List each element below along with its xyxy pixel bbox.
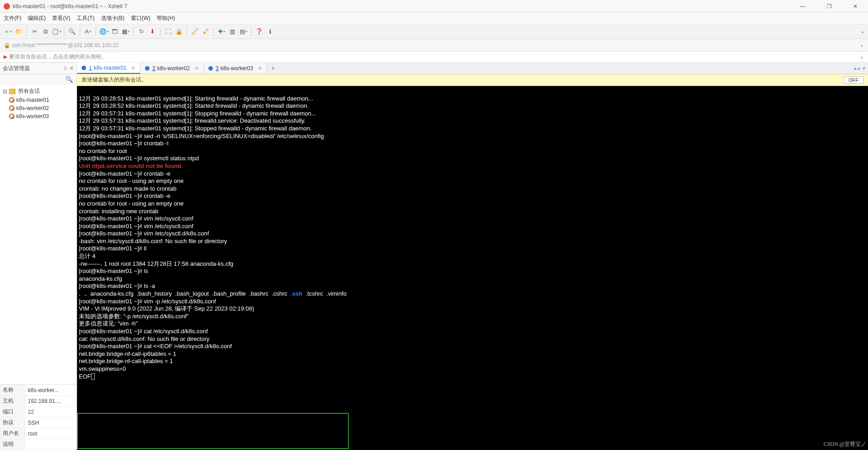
- watermark: CSDN @至尊宝ノ: [824, 441, 866, 447]
- terminal-line: 12月 29 03:57:31 k8s-master01 systemd[1]:…: [79, 110, 316, 117]
- window-close-button[interactable]: ✕: [846, 3, 864, 10]
- toolbar-overflow-icon[interactable]: [861, 29, 865, 35]
- tab-master01[interactable]: 1 k8s-master01 ✕: [77, 62, 140, 74]
- terminal-line: [root@k8s-master01 ~]# ls: [79, 268, 148, 274]
- prop-host-value: 192.168.91....: [25, 396, 77, 407]
- tab-status-icon: [208, 66, 213, 71]
- paste-button[interactable]: 📋: [51, 27, 61, 37]
- session-item-worker02[interactable]: k8s-worker02: [3, 104, 74, 112]
- address-url[interactable]: ssh://root:***************@192.168.91.10…: [12, 42, 119, 48]
- tab-menu-icon[interactable]: ▾: [863, 65, 865, 72]
- menu-tab[interactable]: 选项卡(B): [101, 14, 125, 22]
- add-button[interactable]: ✚: [217, 27, 227, 37]
- address-overflow-icon[interactable]: [860, 42, 864, 48]
- search-icon[interactable]: 🔍: [65, 76, 75, 83]
- prop-desc-label: 说明: [0, 439, 25, 450]
- terminal-line: no crontab for root: [79, 148, 127, 154]
- hint-overflow-icon[interactable]: [860, 54, 864, 60]
- terminal-line: VIM - Vi IMproved 9.0 (2022 Jun 28, 编译于 …: [79, 305, 254, 312]
- menu-window[interactable]: 窗口(W): [131, 14, 150, 22]
- session-manager-panel: 会话管理器 ⇩ ✕ 🔍 所有会话 k8s-master01 k8s-worker…: [0, 62, 77, 450]
- terminal-line: 未知的选项参数: "-p /etc/sysctl.d/k8s.conf": [79, 313, 189, 320]
- terminal-line: net.bridge.bridge-nf-call-iptables = 1: [79, 358, 173, 364]
- tab-index: 2: [152, 65, 155, 72]
- tab-worker03[interactable]: 3 k8s-worker03 ✕: [204, 62, 267, 74]
- reconnect-button[interactable]: ↻: [136, 27, 146, 37]
- prop-port-label: 端口: [0, 407, 25, 417]
- window-title: k8s-master01 - root@k8s-master01:~ - Xsh…: [13, 3, 794, 10]
- menu-bar: 文件(F) 编辑(E) 查看(V) 工具(T) 选项卡(B) 窗口(W) 帮助(…: [0, 13, 868, 24]
- tree-root[interactable]: 所有会话: [3, 86, 74, 96]
- session-item-master01[interactable]: k8s-master01: [3, 96, 74, 104]
- menu-help[interactable]: 帮助(H): [157, 14, 175, 22]
- tab-index: 1: [89, 65, 92, 71]
- layout-v-button[interactable]: ▤: [238, 27, 248, 37]
- lock-button[interactable]: 🔒: [174, 27, 184, 37]
- about-button[interactable]: ℹ: [265, 27, 275, 37]
- toolbar-separator: [251, 27, 251, 36]
- broadcast-toggle-button[interactable]: OFF: [844, 77, 863, 84]
- tab-next-icon[interactable]: ▸: [858, 65, 861, 72]
- terminal-line: 总计 4: [79, 253, 96, 259]
- terminal-line: [root@k8s-master01 ~]# vim /etc/sysctl.c…: [79, 223, 193, 230]
- layout-h-button[interactable]: ▥: [227, 27, 237, 37]
- color-scheme-button[interactable]: 🗔: [110, 27, 120, 37]
- terminal-line: [root@k8s-master01 ~]# crontab -l: [79, 140, 169, 147]
- tab-prev-icon[interactable]: ◂: [854, 65, 856, 72]
- terminal-line-error: Unit ntpd.service could not be found.: [79, 163, 183, 169]
- session-manager-title: 会话管理器: [3, 65, 30, 72]
- terminal-line: no crontab for root - using an empty one: [79, 177, 183, 184]
- terminal-line: [root@k8s-master01 ~]# crontab -e: [79, 192, 170, 199]
- terminal-line: cat: /etc/sysctl.d/k8s.conf: No such fil…: [79, 335, 209, 342]
- session-manager-header: 会话管理器 ⇩ ✕: [0, 62, 77, 74]
- new-session-button[interactable]: ＋: [3, 27, 13, 37]
- prop-proto-value: SSH: [25, 417, 77, 428]
- tab-status-icon: [82, 66, 86, 70]
- tab-close-icon[interactable]: ✕: [131, 65, 135, 71]
- tab-worker02[interactable]: 2 k8s-worker02 ✕: [140, 62, 204, 74]
- fullscreen-button[interactable]: ⛶: [163, 27, 173, 37]
- toolbar-separator: [96, 27, 96, 36]
- tree-root-label: 所有会话: [18, 87, 40, 95]
- copy-button[interactable]: ⧉: [40, 27, 50, 37]
- menu-edit[interactable]: 编辑(E): [28, 14, 46, 22]
- hint-text: 要添加当前会话，点击左侧的箭头按钮。: [9, 53, 107, 61]
- session-properties: 名称k8s-worker... 主机192.168.91.... 端口22 协议…: [0, 384, 77, 450]
- tab-label: k8s-worker02: [157, 65, 190, 72]
- language-button[interactable]: 🌐: [99, 27, 109, 37]
- terminal[interactable]: 12月 29 03:28:51 k8s-master01 systemd[1]:…: [77, 86, 868, 450]
- terminal-line: crontab: installing new crontab: [79, 208, 159, 215]
- panel-close-icon[interactable]: ✕: [69, 65, 74, 72]
- highlight-button[interactable]: 🖍: [201, 27, 211, 37]
- broadcast-text: 发送键盘输入的所有会话。: [82, 76, 147, 84]
- toolbar: ＋ 📁 ✂ ⧉ 📋 🔍 A 🌐 🗔 ▦ ↻ ⬇ ⛶ 🔒 🧹 🖍 ✚ ▥ ▤ ❓ …: [0, 24, 868, 39]
- grid-button[interactable]: ▦: [121, 27, 130, 37]
- terminal-line: [root@k8s-master01 ~]# vim -p /etc/sysct…: [79, 298, 216, 305]
- session-item-worker03[interactable]: k8s-worker03: [3, 112, 74, 120]
- open-button[interactable]: 📁: [14, 27, 24, 37]
- help-button[interactable]: ❓: [254, 27, 264, 37]
- session-tree[interactable]: 所有会话 k8s-master01 k8s-worker02 k8s-worke…: [0, 85, 77, 384]
- tab-close-icon[interactable]: ✕: [194, 65, 199, 72]
- toolbar-separator: [187, 27, 187, 36]
- title-bar: k8s-master01 - root@k8s-master01:~ - Xsh…: [0, 0, 868, 13]
- terminal-line: EOF: [79, 373, 95, 380]
- terminal-line: [root@k8s-master01 ~]# sed -ri 's/SELINU…: [79, 133, 324, 139]
- window-minimize-button[interactable]: —: [794, 3, 812, 10]
- menu-file[interactable]: 文件(F): [4, 14, 21, 22]
- xftp-button[interactable]: ⬇: [147, 27, 157, 37]
- font-button[interactable]: A: [83, 27, 93, 37]
- tab-add-button[interactable]: +: [267, 62, 279, 74]
- tab-close-icon[interactable]: ✕: [258, 65, 262, 72]
- clear-button[interactable]: 🧹: [190, 27, 200, 37]
- cut-button[interactable]: ✂: [29, 27, 39, 37]
- terminal-line: vm.swappiness=0: [79, 365, 126, 372]
- pin-icon[interactable]: ⇩: [63, 65, 68, 72]
- find-button[interactable]: 🔍: [67, 27, 77, 37]
- terminal-line: 12月 29 03:57:31 k8s-master01 systemd[1]:…: [79, 125, 312, 132]
- menu-view[interactable]: 查看(V): [52, 14, 70, 22]
- flag-icon: ▶: [4, 54, 7, 60]
- window-maximize-button[interactable]: ❐: [820, 3, 838, 10]
- menu-tools[interactable]: 工具(T): [77, 14, 94, 22]
- session-label: k8s-worker03: [16, 113, 49, 120]
